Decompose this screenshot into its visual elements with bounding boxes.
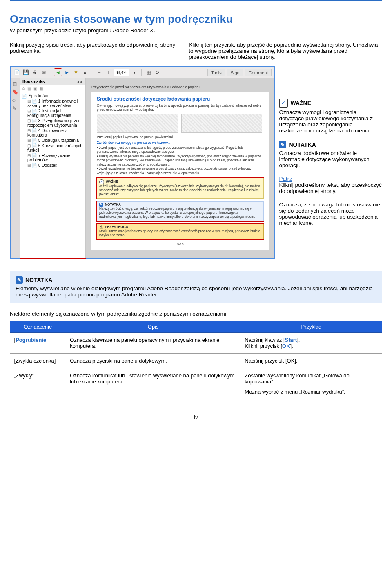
callout-caution-body: Oznacza, że nieuwaga lub niestosowanie s…	[279, 202, 382, 226]
doc-wazne-label: WAŻNE	[106, 180, 118, 184]
bottom-note-box: ✎NOTATKA Elementy wyświetlane w oknie di…	[10, 271, 382, 303]
page-subtitle: W poniższym przykładzie użyto programu A…	[10, 27, 382, 34]
reader-toolbar: 📄 💾 🖨 ✉ ◄ ► ▼ ▲ − + 68,4% ▾ ▦ ⟳	[11, 67, 274, 78]
page-title: Oznaczenia stosowane w tym podręczniku	[10, 13, 382, 26]
table-row: [Pogrubienie] Oznacza klawisze na panelu…	[10, 333, 382, 354]
callout-notatka: ✎NOTATKA Oznacza dodatkowe omówienie i i…	[279, 141, 382, 168]
table-row: „Zwykły” Oznacza komunikat lub ustawieni…	[10, 368, 382, 399]
tool1-icon[interactable]: ▦	[145, 69, 152, 76]
zoom-out-icon[interactable]: −	[96, 69, 103, 76]
doc-wazne-body: Jeżeli kopiowanie odbywa się papierze uż…	[99, 184, 261, 197]
bookmarks-rail-icon[interactable]: 🔖	[12, 89, 18, 95]
callout-caution: Oznacza, że nieuwaga lub niestosowanie s…	[279, 202, 382, 226]
row2-c1: [Zwykła czcionka]	[10, 354, 66, 368]
row1-c3a-post: ].	[297, 337, 300, 343]
right-callouts: ✓WAŻNE Oznacza wymogi i ograniczenia dot…	[279, 66, 382, 259]
doc-notatka-body: Należy zwrócić uwagę, że niektóre rodzaj…	[99, 207, 261, 220]
bookmark-new-icon[interactable]: ▤	[27, 86, 31, 91]
bookmarks-collapse-icon[interactable]: ◂◂	[77, 80, 83, 84]
row3-c1: „Zwykły”	[10, 368, 66, 399]
reader-left-rail: ▥ 🔖 ◇ ✎	[11, 78, 20, 258]
callout-wazne-body: Oznacza wymogi i ograniczenia dotyczące …	[279, 109, 382, 134]
conventions-intro: Niektóre elementy są oznaczone w tym pod…	[10, 311, 382, 317]
table-row: [Zwykła czcionka] Oznacza przyciski na p…	[10, 354, 382, 368]
tab-tools[interactable]: Tools	[207, 69, 225, 76]
page-up-icon[interactable]: ▲	[81, 69, 89, 76]
print-icon[interactable]: 🖨	[31, 69, 38, 76]
attachments-icon[interactable]: ◇	[12, 97, 18, 103]
note-icon: ✎	[279, 141, 286, 148]
bookmark-delete-icon[interactable]: ▣	[33, 86, 37, 91]
bookmark-item[interactable]: 5 Obsługa urządzenia	[38, 138, 79, 143]
doc-intro: Otwierając nową ryzę papieru, przewertuj…	[97, 104, 264, 112]
adobe-reader-window: 📄 💾 🖨 ✉ ◄ ► ▼ ▲ − + 68,4% ▾ ▦ ⟳	[10, 66, 275, 259]
row3-c3a: Zostanie wyświetlony komunikat „Gotowa d…	[245, 372, 378, 385]
intro-row: Kliknij pozycję spisu treści, aby przesk…	[10, 42, 382, 60]
page-number: iv	[10, 414, 382, 420]
doc-caution-box: ⚠PRZESTROGA Moduł utrwalania jest bardzo…	[97, 224, 264, 240]
dropdown-icon[interactable]: ▾	[131, 69, 138, 76]
callout-wazne-label: WAŻNE	[290, 100, 311, 106]
doc-breadcrumb: Przygotowanie przed rozpoczęciem użytkow…	[90, 85, 270, 89]
bottom-note-body: Elementy wyświetlane w oknie dialogowym …	[16, 285, 376, 298]
note-icon: ✎	[99, 203, 103, 207]
note-icon: ✎	[16, 276, 23, 284]
open-icon[interactable]: 📄	[13, 69, 20, 76]
doc-heading: Środki ostrożności dotyczące ładowania p…	[97, 96, 264, 102]
callout-patrz: Patrz Kliknij podkreślony tekst, aby prz…	[279, 176, 382, 194]
doc-bullet: Jeżeli urządzenie nie będzie używane prz…	[97, 167, 264, 175]
row1-c3b-mid: OK	[282, 343, 290, 349]
check-circle-icon: ✓	[279, 99, 288, 108]
table-header: Przykład	[241, 321, 382, 333]
row3-c2: Oznacza komunikat lub ustawienie wyświet…	[66, 368, 241, 399]
intro-right: Kliknij ten przycisk, aby przejść do pop…	[189, 42, 382, 60]
row1-c2: Oznacza klawisze na panelu operacyjnym i…	[66, 333, 241, 354]
doc-przestroga-body: Moduł utrwalania jest bardzo gorący. Nal…	[99, 229, 261, 238]
arrow-down-icon[interactable]: ▼	[72, 69, 80, 76]
bookmarks-title: Bookmarks	[22, 79, 45, 84]
bookmark-find-icon[interactable]: ▦	[40, 86, 43, 91]
mail-icon[interactable]: ✉	[40, 69, 47, 76]
row3-c3b: Można wybrać z menu „Rozmiar wydruku”.	[245, 389, 378, 395]
tab-sign[interactable]: Sign	[227, 69, 243, 76]
row1-c3b-pre: Kliknij przycisk [	[245, 343, 282, 349]
doc-bullet: Jeżeli papier jest pomarszczony lub zgię…	[97, 146, 264, 155]
thumbnails-icon[interactable]: ▥	[12, 81, 18, 87]
tool2-icon[interactable]: ⟳	[154, 69, 161, 76]
signatures-icon[interactable]: ✎	[12, 105, 18, 111]
table-header: Opis	[66, 321, 241, 333]
check-icon: ✓	[99, 179, 104, 184]
bookmark-options-icon[interactable]: ⎙	[22, 86, 25, 91]
doc-important-box: ✓WAŻNE Jeżeli kopiowanie odbywa się papi…	[97, 178, 264, 199]
row1-c1-mid: Pogrubienie	[16, 337, 46, 343]
patrz-link[interactable]: Patrz	[279, 176, 292, 182]
doc-page: Środki ostrożności dotyczące ładowania p…	[91, 92, 269, 250]
doc-notatka-label: NOTATKA	[105, 203, 121, 207]
doc-figure-1	[97, 114, 178, 133]
callout-wazne: ✓WAŻNE Oznacza wymogi i ograniczenia dot…	[279, 99, 382, 134]
callout-notatka-label: NOTATKA	[289, 141, 316, 148]
tab-comment[interactable]: Comment	[245, 69, 272, 76]
row1-c3a-pre: Naciśnij klawisz [	[245, 337, 285, 343]
doc-figure-2	[181, 114, 263, 133]
row2-c3: Naciśnij przycisk [OK].	[241, 354, 382, 368]
zoom-level[interactable]: 68,4%	[114, 69, 129, 76]
bottom-note-label: NOTATKA	[25, 277, 52, 283]
row2-c2: Oznacza przyciski na panelu dotykowym.	[66, 354, 241, 368]
callout-notatka-body: Oznacza dodatkowe omówienie i informacje…	[279, 150, 382, 168]
doc-note-box: ✎NOTATKA Należy zwrócić uwagę, że niektó…	[97, 201, 264, 221]
table-header: Oznaczenie	[10, 321, 66, 333]
bookmarks-panel: Bookmarks ◂◂ ⎙ ▤ ▣ ▦ 📄 Spis tr	[20, 78, 86, 258]
prev-view-icon[interactable]: ◄	[54, 69, 62, 76]
next-view-icon[interactable]: ►	[63, 69, 71, 76]
conventions-table: Oznaczenie Opis Przykład [Pogrubienie] O…	[10, 321, 382, 399]
bookmark-root[interactable]: Spis treści	[29, 94, 48, 98]
bookmark-item[interactable]: 8 Dodatek	[38, 163, 57, 168]
row1-c3b-post: ].	[290, 343, 293, 349]
row1-c3a-mid: Start	[285, 337, 297, 343]
doc-line2: Zwróć również uwagę na poniższe wskazówk…	[97, 141, 264, 145]
doc-line1: Przekartuj papier i wyrównaj na prostej …	[97, 135, 264, 139]
doc-bullet: Unikaj wystawiania papieru na wysoką tem…	[97, 155, 264, 167]
zoom-in-icon[interactable]: +	[105, 69, 112, 76]
save-icon[interactable]: 💾	[22, 69, 29, 76]
